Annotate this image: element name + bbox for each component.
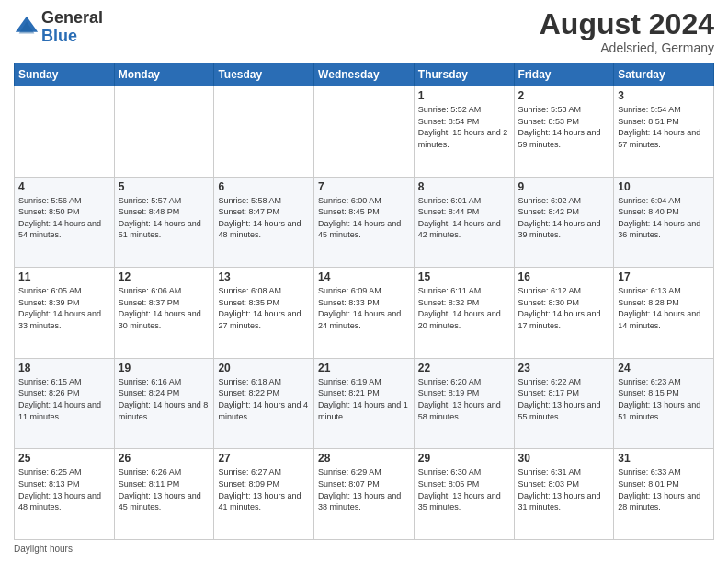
day-info: Sunrise: 5:57 AMSunset: 8:48 PMDaylight:… (119, 195, 210, 241)
day-number: 3 (618, 89, 710, 102)
day-info: Sunrise: 6:18 AMSunset: 8:22 PMDaylight:… (218, 376, 310, 422)
calendar-cell: 11Sunrise: 6:05 AMSunset: 8:39 PMDayligh… (15, 268, 115, 359)
logo-text: General Blue (41, 9, 103, 46)
calendar-cell: 29Sunrise: 6:30 AMSunset: 8:05 PMDayligh… (414, 449, 514, 540)
calendar-week-1: 1Sunrise: 5:52 AMSunset: 8:54 PMDaylight… (15, 86, 714, 178)
calendar-cell (114, 86, 214, 178)
calendar-cell (214, 86, 314, 178)
day-number: 25 (18, 452, 110, 465)
calendar-cell: 18Sunrise: 6:15 AMSunset: 8:26 PMDayligh… (15, 358, 115, 449)
day-info: Sunrise: 6:16 AMSunset: 8:24 PMDaylight:… (119, 376, 210, 422)
calendar-cell: 15Sunrise: 6:11 AMSunset: 8:32 PMDayligh… (414, 268, 514, 359)
day-info: Sunrise: 6:31 AMSunset: 8:03 PMDaylight:… (518, 466, 610, 512)
day-info: Sunrise: 6:20 AMSunset: 8:19 PMDaylight:… (418, 376, 510, 422)
calendar-cell: 13Sunrise: 6:08 AMSunset: 8:35 PMDayligh… (214, 268, 314, 359)
calendar-cell: 23Sunrise: 6:22 AMSunset: 8:17 PMDayligh… (514, 358, 614, 449)
day-info: Sunrise: 6:15 AMSunset: 8:26 PMDaylight:… (18, 376, 110, 422)
day-info: Sunrise: 6:29 AMSunset: 8:07 PMDaylight:… (318, 466, 410, 512)
day-number: 13 (218, 270, 310, 283)
day-info: Sunrise: 6:00 AMSunset: 8:45 PMDaylight:… (318, 195, 410, 241)
calendar-week-2: 4Sunrise: 5:56 AMSunset: 8:50 PMDaylight… (15, 177, 714, 268)
day-info: Sunrise: 6:02 AMSunset: 8:42 PMDaylight:… (518, 195, 610, 241)
day-info: Sunrise: 6:11 AMSunset: 8:32 PMDaylight:… (418, 285, 510, 331)
day-info: Sunrise: 6:12 AMSunset: 8:30 PMDaylight:… (518, 285, 610, 331)
day-number: 9 (518, 180, 610, 193)
calendar-cell: 17Sunrise: 6:13 AMSunset: 8:28 PMDayligh… (614, 268, 714, 359)
day-info: Sunrise: 6:09 AMSunset: 8:33 PMDaylight:… (318, 285, 410, 331)
calendar-cell: 20Sunrise: 6:18 AMSunset: 8:22 PMDayligh… (214, 358, 314, 449)
day-header-sunday: Sunday (15, 63, 115, 86)
day-number: 19 (119, 362, 210, 374)
day-number: 11 (18, 270, 110, 283)
day-number: 30 (518, 452, 610, 465)
day-number: 5 (119, 180, 210, 193)
header: General Blue August 2024 Adelsried, Germ… (14, 9, 714, 55)
day-number: 1 (418, 89, 510, 102)
day-number: 14 (318, 270, 410, 283)
day-number: 21 (318, 362, 410, 374)
day-number: 6 (218, 180, 310, 193)
day-number: 7 (318, 180, 410, 193)
day-info: Sunrise: 6:30 AMSunset: 8:05 PMDaylight:… (418, 466, 510, 512)
day-info: Sunrise: 6:33 AMSunset: 8:01 PMDaylight:… (618, 466, 710, 512)
day-number: 24 (618, 362, 710, 374)
calendar-cell: 2Sunrise: 5:53 AMSunset: 8:53 PMDaylight… (514, 86, 614, 178)
day-info: Sunrise: 6:13 AMSunset: 8:28 PMDaylight:… (618, 285, 710, 331)
day-header-thursday: Thursday (414, 63, 514, 86)
day-info: Sunrise: 6:27 AMSunset: 8:09 PMDaylight:… (218, 466, 310, 512)
calendar-cell: 8Sunrise: 6:01 AMSunset: 8:44 PMDaylight… (414, 177, 514, 268)
calendar-cell: 4Sunrise: 5:56 AMSunset: 8:50 PMDaylight… (15, 177, 115, 268)
calendar-cell: 14Sunrise: 6:09 AMSunset: 8:33 PMDayligh… (314, 268, 415, 359)
day-number: 23 (518, 362, 610, 374)
day-number: 22 (418, 362, 510, 374)
day-number: 31 (618, 452, 710, 465)
calendar-table: SundayMondayTuesdayWednesdayThursdayFrid… (14, 63, 714, 540)
day-number: 18 (18, 362, 110, 374)
logo: General Blue (14, 9, 103, 46)
day-info: Sunrise: 5:52 AMSunset: 8:54 PMDaylight:… (418, 104, 510, 150)
day-number: 12 (119, 270, 210, 283)
calendar-cell: 30Sunrise: 6:31 AMSunset: 8:03 PMDayligh… (514, 449, 614, 540)
day-number: 16 (518, 270, 610, 283)
calendar-cell: 16Sunrise: 6:12 AMSunset: 8:30 PMDayligh… (514, 268, 614, 359)
day-info: Sunrise: 6:25 AMSunset: 8:13 PMDaylight:… (18, 466, 110, 512)
day-info: Sunrise: 6:06 AMSunset: 8:37 PMDaylight:… (119, 285, 210, 331)
day-info: Sunrise: 6:05 AMSunset: 8:39 PMDaylight:… (18, 285, 110, 331)
calendar-cell: 26Sunrise: 6:26 AMSunset: 8:11 PMDayligh… (114, 449, 214, 540)
day-header-wednesday: Wednesday (314, 63, 415, 86)
day-header-tuesday: Tuesday (214, 63, 314, 86)
day-info: Sunrise: 6:23 AMSunset: 8:15 PMDaylight:… (618, 376, 710, 422)
day-info: Sunrise: 6:22 AMSunset: 8:17 PMDaylight:… (518, 376, 610, 422)
day-number: 20 (218, 362, 310, 374)
day-info: Sunrise: 5:58 AMSunset: 8:47 PMDaylight:… (218, 195, 310, 241)
day-number: 28 (318, 452, 410, 465)
calendar-cell (15, 86, 115, 178)
calendar-cell: 19Sunrise: 6:16 AMSunset: 8:24 PMDayligh… (114, 358, 214, 449)
day-info: Sunrise: 6:01 AMSunset: 8:44 PMDaylight:… (418, 195, 510, 241)
calendar-cell: 25Sunrise: 6:25 AMSunset: 8:13 PMDayligh… (15, 449, 115, 540)
day-header-saturday: Saturday (614, 63, 714, 86)
title-area: August 2024 Adelsried, Germany (540, 9, 714, 55)
calendar-cell: 22Sunrise: 6:20 AMSunset: 8:19 PMDayligh… (414, 358, 514, 449)
location: Adelsried, Germany (540, 40, 714, 55)
page: General Blue August 2024 Adelsried, Germ… (0, 0, 728, 563)
calendar-cell: 12Sunrise: 6:06 AMSunset: 8:37 PMDayligh… (114, 268, 214, 359)
day-info: Sunrise: 5:53 AMSunset: 8:53 PMDaylight:… (518, 104, 610, 150)
day-info: Sunrise: 6:04 AMSunset: 8:40 PMDaylight:… (618, 195, 710, 241)
day-number: 29 (418, 452, 510, 465)
calendar-cell: 10Sunrise: 6:04 AMSunset: 8:40 PMDayligh… (614, 177, 714, 268)
calendar-header-row: SundayMondayTuesdayWednesdayThursdayFrid… (15, 63, 714, 86)
calendar-cell: 28Sunrise: 6:29 AMSunset: 8:07 PMDayligh… (314, 449, 415, 540)
day-info: Sunrise: 6:19 AMSunset: 8:21 PMDaylight:… (318, 376, 410, 422)
logo-blue-text: Blue (41, 28, 103, 46)
day-number: 26 (119, 452, 210, 465)
day-info: Sunrise: 6:26 AMSunset: 8:11 PMDaylight:… (119, 466, 210, 512)
day-number: 8 (418, 180, 510, 193)
day-number: 17 (618, 270, 710, 283)
day-number: 4 (18, 180, 110, 193)
calendar-cell: 9Sunrise: 6:02 AMSunset: 8:42 PMDaylight… (514, 177, 614, 268)
month-year: August 2024 (540, 9, 714, 39)
calendar-cell: 1Sunrise: 5:52 AMSunset: 8:54 PMDaylight… (414, 86, 514, 178)
day-info: Sunrise: 5:54 AMSunset: 8:51 PMDaylight:… (618, 104, 710, 150)
calendar-cell: 6Sunrise: 5:58 AMSunset: 8:47 PMDaylight… (214, 177, 314, 268)
